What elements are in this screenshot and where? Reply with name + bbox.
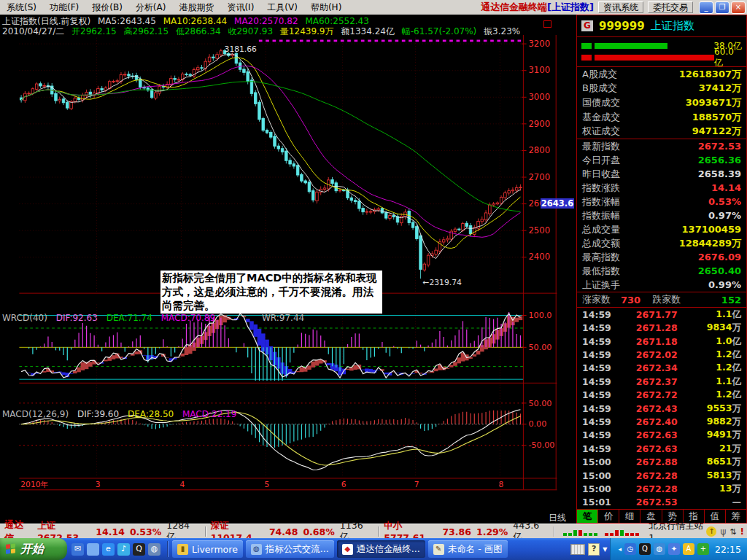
tick-price: 2672.43 <box>636 403 678 414</box>
mail-icon[interactable]: ✉ <box>71 543 84 556</box>
quote-tab-筹[interactable]: 筹 <box>725 510 746 523</box>
tick-time: 14:59 <box>582 443 611 454</box>
menu-item-6[interactable]: 工具(V) <box>260 0 304 15</box>
language-options-chevron-icon[interactable]: ▼ <box>603 546 607 553</box>
stock-name[interactable]: 上证指数 <box>651 19 694 33</box>
ma20-value: MA20:2570.82 <box>234 16 298 26</box>
tick-volume: 9834万 <box>707 322 741 334</box>
flow-bar <box>595 43 667 49</box>
desktop-icon[interactable] <box>87 543 99 556</box>
flow-bar-row: 60.0亿 <box>581 52 742 63</box>
menu-bar: 系统(S)功能(F)报价(B)分析(A)港股期货资讯(I)工具(V)帮助(H) … <box>0 0 747 15</box>
media-icon[interactable]: ♪ <box>117 543 130 556</box>
tick-volume: 13万 <box>719 483 741 495</box>
tray-collapse-chevron-icon[interactable]: ◂ <box>618 545 622 553</box>
menu-item-2[interactable]: 报价(B) <box>85 0 129 15</box>
svg-text:6: 6 <box>341 480 347 489</box>
task-button-label: 通达信金融终... <box>357 543 420 556</box>
qq-icon[interactable]: Q <box>133 543 145 556</box>
tick-price: 2672.37 <box>636 376 678 387</box>
globe-tray-icon[interactable]: ◍ <box>654 543 665 555</box>
upload-status-icon[interactable]: ↑ <box>706 526 716 537</box>
statusbar-icons: ↑ ψ ⇅ ! <box>706 526 744 537</box>
task-button-tdx[interactable]: ◆通达信金融终... <box>337 540 425 558</box>
tick-time: 14:59 <box>582 429 611 440</box>
restore-button[interactable]: ❐ <box>715 1 729 14</box>
tick-row: 15:002672.285813万 <box>577 469 746 482</box>
messenger-icon[interactable]: ✦ <box>668 543 680 555</box>
tick-price: 2671.18 <box>636 336 678 347</box>
quote-row: 指数涨幅0.53% <box>577 195 746 209</box>
paint-icon: ✎ <box>433 544 444 555</box>
volume-row-label: 基金成交 <box>582 111 620 124</box>
taskbar-divider <box>167 541 169 557</box>
market-heat-blocks <box>605 527 639 536</box>
chart-area[interactable]: 上证指数(日线.前复权) MA5:2643.45 MA10:2638.44 MA… <box>0 15 576 524</box>
menu-item-1[interactable]: 功能(F) <box>43 0 85 15</box>
tick-time: 14:59 <box>582 416 611 427</box>
quote-row-label: 总成交额 <box>582 237 620 250</box>
globe-icon[interactable]: ◍ <box>148 543 160 556</box>
decliners-count: 152 <box>721 295 741 306</box>
close-button[interactable]: × <box>731 1 746 14</box>
keyboard-icon[interactable] <box>570 544 585 555</box>
quote-row: 昨日收盘2658.39 <box>577 167 746 181</box>
language-help-icon[interactable]: ? <box>588 543 600 556</box>
menu-item-4[interactable]: 港股期货 <box>172 0 220 15</box>
quote-tab-值[interactable]: 值 <box>704 510 725 523</box>
flow-bar <box>595 55 714 61</box>
task-button-folder[interactable]: ▮Livermore <box>172 540 243 558</box>
menu-item-3[interactable]: 分析(A) <box>129 0 173 15</box>
warning-icon[interactable]: A <box>683 543 694 555</box>
macd-macd: MACD:22.19 <box>182 409 236 419</box>
flow-bar-segment <box>581 55 592 61</box>
tick-volume-number: 1.0 <box>716 335 732 346</box>
tick-price: 2672.02 <box>636 349 678 360</box>
heat-block <box>605 533 608 536</box>
svg-text:7: 7 <box>414 480 419 489</box>
tick-list[interactable]: 14:592671.771.1亿14:592671.289834万14:5926… <box>577 307 746 509</box>
task-button-paint[interactable]: ✎未命名 - 画图 <box>428 540 508 558</box>
volume-row-value: 188570万 <box>692 111 741 124</box>
task-button-globe[interactable]: ◍指标公式交流... <box>246 540 334 558</box>
quote-row-value: 2656.36 <box>698 155 741 166</box>
connection-antenna-icon[interactable]: ψ <box>720 526 726 537</box>
tick-volume-number: 1.1 <box>716 308 732 319</box>
quote-row-label: 指数振幅 <box>582 209 620 222</box>
heat-block <box>584 533 587 536</box>
qq-tray-icon[interactable]: Q <box>639 543 651 555</box>
svg-text:3000: 3000 <box>528 92 550 102</box>
tick-volume-unit: 万 <box>732 416 742 427</box>
period-label[interactable]: 日线 <box>549 512 566 524</box>
window-title-symbol: [上证指数] <box>547 1 594 12</box>
quote-row-value: 2658.39 <box>698 168 741 179</box>
history-icon[interactable]: ◷ <box>624 543 636 555</box>
quote-row: 指数涨跌14.14 <box>577 181 746 195</box>
minimize-button[interactable]: _ <box>699 1 713 14</box>
svg-text:3181.66: 3181.66 <box>225 45 258 55</box>
svg-text:0.00: 0.00 <box>528 419 546 429</box>
tick-price: 2672.40 <box>636 416 678 427</box>
tick-volume: 9882万 <box>707 416 741 428</box>
tick-volume: 1.1亿 <box>716 376 741 388</box>
tick-volume: 1.2亿 <box>716 362 741 374</box>
volume-row-value: 947122万 <box>692 125 741 138</box>
quote-row-value: 2650.40 <box>698 265 741 276</box>
volume-row-label: 权证成交 <box>582 125 620 138</box>
tick-volume: 1.1亿 <box>716 308 741 321</box>
task-buttons: ▮Livermore◍指标公式交流...◆通达信金融终...✎未命名 - 画图 <box>171 540 509 558</box>
quote-row-value: 14.14 <box>711 182 741 193</box>
menu-item-0[interactable]: 系统(S) <box>0 0 43 15</box>
tick-volume-number: 13 <box>719 483 732 494</box>
news-system-button[interactable]: 资讯系统 <box>598 1 643 13</box>
trade-button[interactable]: 委托交易 <box>648 1 693 13</box>
menu-item-5[interactable]: 资讯(I) <box>220 0 260 15</box>
ie-icon[interactable]: e <box>102 543 115 556</box>
statusbar-divider <box>554 526 555 537</box>
panel-split-icon[interactable] <box>543 20 551 28</box>
stock-code[interactable]: 999999 <box>599 20 645 33</box>
start-button[interactable]: 开始 <box>0 538 67 560</box>
task-button-label: 未命名 - 画图 <box>448 543 503 556</box>
menu-item-7[interactable]: 帮助(H) <box>304 0 348 15</box>
shield-icon[interactable]: + <box>697 543 709 555</box>
